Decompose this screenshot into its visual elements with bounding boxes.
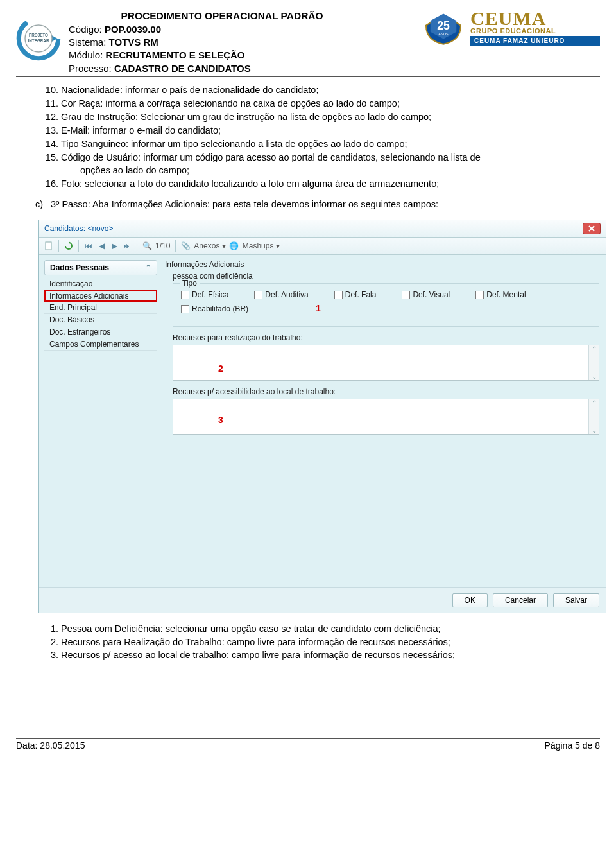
textarea-recursos-trabalho[interactable]: 2 ⌃⌄ xyxy=(173,345,599,381)
callout-2: 2 xyxy=(218,363,223,374)
logo-projeto-integrar: PROJETO INTEGRAR xyxy=(16,16,61,61)
badge-25-anos-icon: 25 ANOS xyxy=(420,10,466,45)
dialog-button-row: OK Cancelar Salvar xyxy=(39,587,606,613)
logo-ceuma: 25 ANOS CEUMA GRUPO EDUCACIONAL CEUMA FA… xyxy=(420,10,600,46)
svg-rect-8 xyxy=(46,242,51,250)
notes-list: Pessoa com Deficiência: selecionar uma o… xyxy=(61,622,600,661)
list-item: Pessoa com Deficiência: selecionar uma o… xyxy=(61,622,600,635)
sidebar-item-informacoes-adicionais[interactable]: Informações Adicionais xyxy=(44,290,157,302)
document-header: PROJETO INTEGRAR PROCEDIMENTO OPERACIONA… xyxy=(16,10,600,77)
instruction-list: Nacionalidade: informar o país de nacion… xyxy=(61,83,600,190)
fieldset-legend: Tipo xyxy=(180,279,200,288)
window-titlebar: Candidatos: <novo> xyxy=(39,220,606,238)
doc-process: CADASTRO DE CANDIDATOS xyxy=(114,63,251,74)
list-item: Nacionalidade: informar o país de nacion… xyxy=(61,83,600,96)
ceuma-brands-bar: CEUMA FAMAZ UNIEURO xyxy=(470,36,600,46)
list-item: Grau de Instrução: Selecionar um grau de… xyxy=(61,110,600,123)
list-item: Foto: selecionar a foto do candidato loc… xyxy=(61,177,600,190)
new-icon[interactable] xyxy=(44,241,53,250)
checkbox-def-visual[interactable]: Def. Visual xyxy=(402,290,450,299)
ok-button[interactable]: OK xyxy=(452,593,488,607)
header-text-block: PROCEDIMENTO OPERACIONAL PADRÃO Código: … xyxy=(69,10,414,75)
list-item: Recursos p/ acesso ao local de trabalho:… xyxy=(61,648,600,661)
doc-system: TOTVS RM xyxy=(109,37,158,48)
search-icon[interactable]: 🔍 xyxy=(142,241,151,250)
next-icon[interactable]: ▶ xyxy=(110,241,119,250)
checkbox-def-fisica[interactable]: Def. Física xyxy=(181,290,228,299)
mashups-dropdown[interactable]: Mashups ▾ xyxy=(243,241,280,250)
ceuma-subtitle: GRUPO EDUCACIONAL xyxy=(470,27,600,35)
pager-text: 1/10 xyxy=(155,241,170,250)
doc-module: RECRUTAMENTO E SELEÇÃO xyxy=(106,49,245,60)
svg-text:ANOS: ANOS xyxy=(438,32,449,36)
window-title: Candidatos: <novo> xyxy=(44,224,113,233)
doc-title: PROCEDIMENTO OPERACIONAL PADRÃO xyxy=(69,10,375,23)
sidebar-item-doc-basicos[interactable]: Doc. Básicos xyxy=(44,314,157,326)
ceuma-logo-text: CEUMA xyxy=(470,10,600,27)
section-title: Informações Adicionais xyxy=(165,260,599,269)
svg-text:PROJETO: PROJETO xyxy=(29,33,48,37)
toolbar: ⏮ ◀ ▶ ⏭ 🔍 1/10 📎 Anexos ▾ 🌐 Mashups ▾ xyxy=(39,238,606,255)
page-footer: Data: 28.05.2015 Página 5 de 8 xyxy=(16,738,600,751)
list-item: Tipo Sanguineo: informar um tipo selecio… xyxy=(61,137,600,150)
close-button[interactable] xyxy=(583,223,601,234)
refresh-icon[interactable] xyxy=(64,241,73,250)
first-icon[interactable]: ⏮ xyxy=(84,241,93,250)
collapse-icon: ⌃ xyxy=(145,263,151,272)
footer-date: Data: 28.05.2015 xyxy=(16,740,85,751)
svg-text:INTEGRAR: INTEGRAR xyxy=(28,39,49,43)
footer-page: Página 5 de 8 xyxy=(545,740,600,751)
label-recursos-acessibilidade: Recursos p/ acessibilidade ao local de t… xyxy=(173,387,599,396)
svg-text:25: 25 xyxy=(437,19,450,32)
attachment-icon[interactable]: 📎 xyxy=(181,241,190,250)
globe-icon[interactable]: 🌐 xyxy=(230,241,239,250)
chevron-down-icon: ▾ xyxy=(222,241,226,250)
sidebar-item-campos-complementares[interactable]: Campos Complementares xyxy=(44,338,157,351)
checkbox-def-fala[interactable]: Def. Fala xyxy=(334,290,377,299)
scrollbar[interactable]: ⌃⌄ xyxy=(588,345,599,380)
subsection-label: pessoa com deficiência xyxy=(173,272,599,281)
sidebar-item-doc-estrangeiros[interactable]: Doc. Estrangeiros xyxy=(44,326,157,338)
label-recursos-trabalho: Recursos para realização do trabalho: xyxy=(173,333,599,342)
chevron-down-icon: ▾ xyxy=(276,241,280,250)
sidebar-item-end-principal[interactable]: End. Principal xyxy=(44,302,157,314)
save-button[interactable]: Salvar xyxy=(553,593,599,607)
scrollbar[interactable]: ⌃⌄ xyxy=(588,399,599,434)
sidebar: Dados Pessoais ⌃ Identificação Informaçõ… xyxy=(39,255,161,587)
anexos-dropdown[interactable]: Anexos ▾ xyxy=(194,241,225,250)
last-icon[interactable]: ⏭ xyxy=(123,241,132,250)
cancel-button[interactable]: Cancelar xyxy=(493,593,548,607)
close-icon xyxy=(588,225,595,232)
textarea-recursos-acessibilidade[interactable]: 3 ⌃⌄ xyxy=(173,399,599,435)
prev-icon[interactable]: ◀ xyxy=(97,241,106,250)
list-item: Cor Raça: informa a cor/raça selecionand… xyxy=(61,97,600,110)
callout-1: 1 xyxy=(316,303,321,313)
callout-3: 3 xyxy=(218,415,223,425)
sidebar-item-identificacao[interactable]: Identificação xyxy=(44,278,157,290)
main-panel: Informações Adicionais pessoa com defici… xyxy=(161,255,606,587)
list-item: Recursos para Realização do Trabalho: ca… xyxy=(61,636,600,648)
step-c-heading: c) 3º Passo: Aba Informações Adicionais:… xyxy=(35,198,600,211)
list-item: Código de Usuário: informar um código pa… xyxy=(61,151,600,177)
doc-code: POP.0039.00 xyxy=(105,24,161,35)
checkbox-reabilitado[interactable]: Reabilitado (BR) xyxy=(181,304,248,313)
list-item: E-Mail: informar o e-mail do candidato; xyxy=(61,124,600,137)
checkbox-def-auditiva[interactable]: Def. Auditiva xyxy=(254,290,308,299)
checkbox-def-mental[interactable]: Def. Mental xyxy=(475,290,526,299)
screenshot-window: Candidatos: <novo> ⏮ ◀ ▶ ⏭ 🔍 1/10 📎 Anex… xyxy=(38,220,606,613)
sidebar-group-header[interactable]: Dados Pessoais ⌃ xyxy=(44,260,157,275)
tipo-fieldset: Tipo Def. Física Def. Auditiva Def. Fala… xyxy=(173,283,599,327)
